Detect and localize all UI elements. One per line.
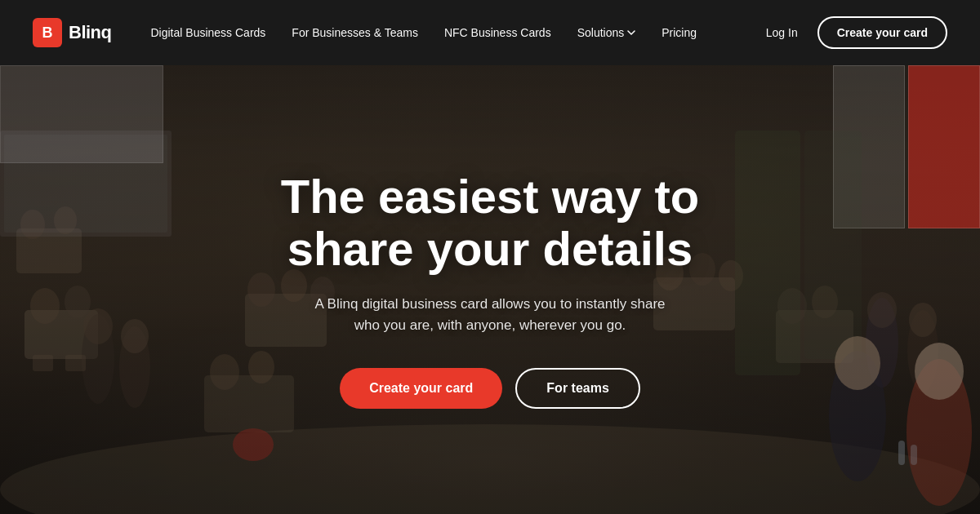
hero-buttons: Create your card For teams bbox=[340, 368, 640, 409]
nav-digital-cards[interactable]: Digital Business Cards bbox=[151, 26, 266, 39]
nav-pricing[interactable]: Pricing bbox=[662, 26, 697, 39]
hero-title: The easiest way to share your details bbox=[281, 171, 700, 275]
logo-icon: B bbox=[33, 18, 62, 47]
nav-links: Digital Business Cards For Businesses & … bbox=[151, 26, 766, 39]
logo-name: Blinq bbox=[69, 22, 112, 43]
hero-subtitle: A Blinq digital business card allows you… bbox=[302, 294, 678, 335]
nav-nfc-cards[interactable]: NFC Business Cards bbox=[444, 26, 551, 39]
nav-businesses-teams[interactable]: For Businesses & Teams bbox=[292, 26, 418, 39]
create-card-hero-button[interactable]: Create your card bbox=[340, 368, 502, 409]
hero-title-line1: The easiest way to bbox=[281, 170, 700, 223]
hero-title-line2: share your details bbox=[287, 222, 693, 275]
nav-solutions-label: Solutions bbox=[577, 26, 625, 39]
nav-actions: Log In Create your card bbox=[766, 16, 947, 49]
nav-solutions[interactable]: Solutions bbox=[577, 26, 636, 39]
for-teams-button[interactable]: For teams bbox=[515, 368, 639, 409]
hero-content: The easiest way to share your details A … bbox=[0, 65, 980, 514]
navbar: B Blinq Digital Business Cards For Busin… bbox=[0, 0, 980, 65]
logo[interactable]: B Blinq bbox=[33, 18, 112, 47]
login-button[interactable]: Log In bbox=[766, 26, 798, 39]
solutions-chevron-icon bbox=[627, 29, 635, 37]
hero-section: B Blinq Digital Business Cards For Busin… bbox=[0, 0, 980, 514]
create-card-nav-button[interactable]: Create your card bbox=[817, 16, 947, 49]
